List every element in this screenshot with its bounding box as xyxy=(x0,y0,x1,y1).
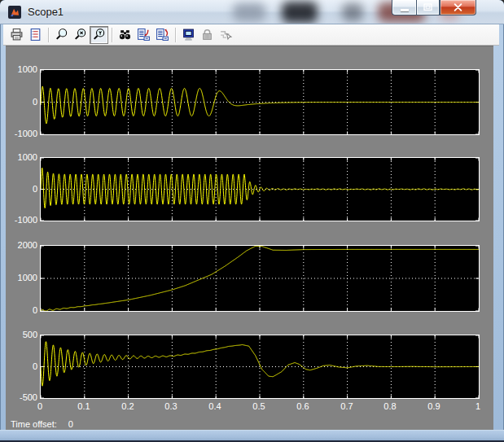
print-button[interactable] xyxy=(7,26,26,44)
zoom-x-button[interactable] xyxy=(71,26,90,44)
titlebar-glass-blob xyxy=(282,2,318,23)
time-offset-value: 0 xyxy=(68,419,73,429)
y-tick-label: 1000 xyxy=(7,273,37,283)
scope-axes-3[interactable] xyxy=(40,245,480,312)
x-tick-label: 1 xyxy=(464,401,492,412)
scope-toolbar xyxy=(3,24,499,46)
y-tick-label: 0 xyxy=(7,184,37,195)
y-tick-label: 2000 xyxy=(7,240,37,251)
y-tick-label: 1000 xyxy=(7,152,37,163)
x-tick-label: 0.9 xyxy=(420,401,448,412)
y-tick-label: -1000 xyxy=(7,129,37,139)
y-tick-label: -1000 xyxy=(7,215,37,225)
plot-canvas-2 xyxy=(41,158,479,221)
plot-canvas-3 xyxy=(41,246,479,311)
x-tick-label: 0.4 xyxy=(201,401,229,412)
titlebar-glass-blob xyxy=(233,3,265,21)
x-tick-label: 0.7 xyxy=(333,401,361,412)
zoom-y-icon xyxy=(92,28,106,42)
y-tick-label: 500 xyxy=(7,330,37,340)
toolbar-separator xyxy=(112,28,112,42)
minimize-icon xyxy=(401,9,409,11)
simulink-scope-icon xyxy=(8,6,21,19)
titlebar-glass-blob xyxy=(342,3,363,21)
x-tick-label: 0.6 xyxy=(289,401,317,412)
signal-selection-icon xyxy=(219,28,233,42)
scope-figure-area: Time offset:0 10000-100010000-1000200010… xyxy=(6,46,493,430)
x-tick-label: 0.1 xyxy=(70,401,98,412)
toolbar-separator xyxy=(48,28,49,42)
save-axes-button[interactable] xyxy=(134,26,153,44)
save-axes-icon xyxy=(137,28,151,42)
signal-trace-1 xyxy=(41,86,479,124)
signal-trace-4 xyxy=(41,342,479,387)
scope-window: Scope1 Time offset:0 10000-100010000-100… xyxy=(0,0,504,442)
lock-axes-button xyxy=(198,26,217,44)
zoom-icon xyxy=(55,28,68,42)
scope-axes-2[interactable] xyxy=(40,157,480,221)
zoom-button[interactable] xyxy=(52,26,71,44)
window-title: Scope1 xyxy=(28,0,64,24)
window-bottom-border xyxy=(0,430,504,442)
close-button[interactable] xyxy=(440,0,476,15)
y-tick-label: 0 xyxy=(7,305,37,316)
print-icon xyxy=(10,28,24,42)
zoom-x-icon xyxy=(73,28,87,42)
autoscale-button[interactable] xyxy=(116,26,134,44)
status-bar: Time offset:0 xyxy=(11,419,73,429)
floating-scope-button[interactable] xyxy=(179,26,198,44)
minimize-button[interactable] xyxy=(392,0,416,15)
parameters-icon xyxy=(28,28,42,42)
x-tick-label: 0.2 xyxy=(114,401,142,412)
time-offset-label: Time offset: xyxy=(11,419,57,429)
parameters-button[interactable] xyxy=(26,26,45,44)
restore-button[interactable] xyxy=(416,0,440,15)
plot-canvas-4 xyxy=(41,335,479,398)
x-tick-label: 0.3 xyxy=(157,401,185,412)
y-tick-label: 1000 xyxy=(7,64,37,75)
binoculars-icon xyxy=(118,28,132,42)
scope-axes-4[interactable] xyxy=(40,335,480,399)
x-tick-label: 0.8 xyxy=(376,401,404,412)
x-tick-label: 0 xyxy=(26,401,54,412)
floating-scope-icon xyxy=(182,28,195,42)
toolbar-separator xyxy=(175,28,176,42)
restore-axes-icon xyxy=(156,28,169,42)
lock-icon xyxy=(200,28,214,42)
restore-icon xyxy=(423,3,432,11)
close-icon xyxy=(454,3,462,11)
window-titlebar[interactable]: Scope1 xyxy=(0,0,504,24)
x-tick-label: 0.5 xyxy=(245,401,273,412)
zoom-y-button[interactable] xyxy=(90,26,108,44)
signal-selection-button xyxy=(217,26,235,44)
y-tick-label: 0 xyxy=(7,361,37,372)
restore-axes-button[interactable] xyxy=(153,26,172,44)
y-tick-label: 0 xyxy=(7,97,37,107)
plot-canvas-1 xyxy=(41,70,479,134)
scope-axes-1[interactable] xyxy=(40,69,480,135)
